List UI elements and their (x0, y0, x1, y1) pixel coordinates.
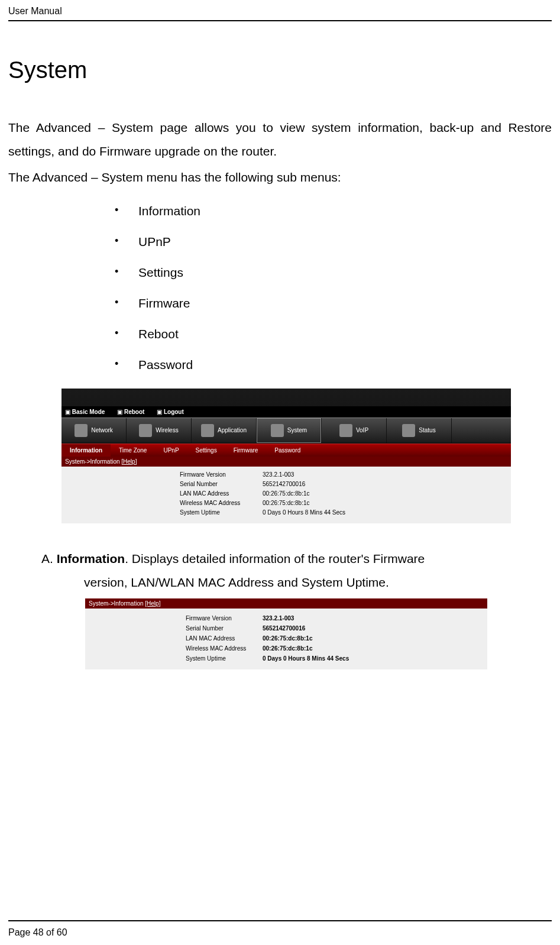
info-key: Wireless MAC Address (186, 643, 263, 653)
page-title: System (8, 57, 552, 83)
info-row: Serial Number5652142700016 (186, 623, 487, 633)
intro-paragraph-1: The Advanced – System page allows you to… (8, 116, 552, 163)
tab-label: Network (91, 427, 113, 433)
basic-mode-link[interactable]: ▣ Basic Mode (65, 409, 105, 415)
system-icon (271, 424, 284, 437)
info-row: System Uptime0 Days 0 Hours 8 Mins 44 Se… (180, 508, 511, 517)
info-key: Serial Number (186, 623, 263, 633)
info-key: LAN MAC Address (180, 489, 263, 499)
section-a-line2: version, LAN/WLAN MAC Address and System… (41, 571, 552, 594)
router-screenshot: ▣ Basic Mode ▣ Reboot ▣ Logout Network W… (61, 389, 511, 523)
submenu-item: Information (115, 204, 552, 218)
info-val: 5652142700016 (263, 623, 305, 633)
info-val: 5652142700016 (263, 480, 305, 489)
router-branding-bar (61, 389, 511, 406)
info-val: 323.2.1-003 (263, 613, 294, 623)
submenu-item: Reboot (115, 327, 552, 341)
subnav-timezone[interactable]: Time Zone (111, 444, 155, 457)
info-key: LAN MAC Address (186, 633, 263, 643)
section-a: A. Information. Displays detailed inform… (41, 547, 552, 594)
router-main-tabs: Network Wireless Application System VoIP… (61, 418, 511, 444)
network-icon (75, 424, 88, 437)
footer-rule (8, 920, 552, 921)
subnav-information[interactable]: Information (61, 444, 111, 457)
info-row: Wireless MAC Address00:26:75:dc:8b:1c (180, 499, 511, 508)
info-key: System Uptime (186, 653, 263, 664)
tab-wireless[interactable]: Wireless (127, 418, 192, 443)
breadcrumb-text: System->Information (89, 600, 145, 607)
intro-block: The Advanced – System page allows you to… (8, 116, 552, 189)
breadcrumb-text: System->Information (65, 458, 121, 465)
subnav-settings[interactable]: Settings (187, 444, 225, 457)
info-val: 0 Days 0 Hours 8 Mins 44 Secs (263, 653, 349, 664)
info-val: 0 Days 0 Hours 8 Mins 44 Secs (263, 508, 345, 517)
router-link-bar: ▣ Basic Mode ▣ Reboot ▣ Logout (61, 406, 511, 418)
subnav-password[interactable]: Password (266, 444, 309, 457)
info-key: Serial Number (180, 480, 263, 489)
tab-label: Application (218, 427, 247, 433)
tab-system[interactable]: System (257, 418, 322, 443)
voip-icon (339, 424, 352, 437)
tab-voip[interactable]: VoIP (322, 418, 387, 443)
tab-label: VoIP (356, 427, 368, 433)
tab-label: Status (419, 427, 435, 433)
section-a-text: . Displays detailed information of the r… (125, 552, 425, 565)
router-info-panel: Firmware Version323.2.1-003 Serial Numbe… (61, 467, 511, 523)
help-link[interactable]: [Help] (145, 600, 160, 607)
subnav-upnp[interactable]: UPnP (155, 444, 187, 457)
submenu-item: Firmware (115, 296, 552, 310)
section-a-label: A. (41, 552, 53, 565)
wireless-icon (139, 424, 152, 437)
submenu-list: Information UPnP Settings Firmware Reboo… (115, 204, 552, 372)
info-row: System Uptime0 Days 0 Hours 8 Mins 44 Se… (186, 653, 487, 664)
info-row: Firmware Version323.2.1-003 (180, 470, 511, 480)
doc-header-title: User Manual (8, 6, 62, 16)
info-val: 00:26:75:dc:8b:1c (263, 499, 310, 508)
info-row: Firmware Version323.2.1-003 (186, 613, 487, 623)
intro-paragraph-2: The Advanced – System menu has the follo… (8, 166, 552, 189)
reboot-link[interactable]: ▣ Reboot (117, 409, 144, 415)
submenu-item: Settings (115, 266, 552, 280)
submenu-item: UPnP (115, 235, 552, 249)
tab-label: System (287, 427, 307, 433)
info-key: Firmware Version (186, 613, 263, 623)
info-key: System Uptime (180, 508, 263, 517)
info-panel-small: Firmware Version323.2.1-003 Serial Numbe… (85, 609, 487, 669)
info-row: LAN MAC Address00:26:75:dc:8b:1c (186, 633, 487, 643)
application-icon (201, 424, 214, 437)
router-breadcrumb: System->Information [Help] (61, 457, 511, 467)
info-val: 323.2.1-003 (263, 470, 294, 480)
tab-status[interactable]: Status (387, 418, 452, 443)
info-val: 00:26:75:dc:8b:1c (263, 633, 312, 643)
info-row: LAN MAC Address00:26:75:dc:8b:1c (180, 489, 511, 499)
info-breadcrumb: System->Information [Help] (85, 598, 487, 609)
tab-network[interactable]: Network (61, 418, 127, 443)
info-val: 00:26:75:dc:8b:1c (263, 643, 312, 653)
help-link[interactable]: [Help] (121, 458, 137, 465)
logout-link[interactable]: ▣ Logout (157, 409, 184, 415)
router-sub-nav: Information Time Zone UPnP Settings Firm… (61, 444, 511, 457)
section-a-title: Information (57, 552, 125, 565)
doc-header: User Manual (8, 6, 552, 17)
info-row: Serial Number5652142700016 (180, 480, 511, 489)
tab-label: Wireless (156, 427, 178, 433)
page-number: Page 48 (8, 927, 44, 937)
info-screenshot: System->Information [Help] Firmware Vers… (85, 598, 487, 669)
submenu-item: Password (115, 358, 552, 372)
doc-footer: Page 48 of 60 (8, 920, 552, 938)
header-rule (8, 20, 552, 21)
page-of: of 60 (44, 927, 67, 937)
subnav-firmware[interactable]: Firmware (225, 444, 267, 457)
info-key: Firmware Version (180, 470, 263, 480)
info-val: 00:26:75:dc:8b:1c (263, 489, 310, 499)
info-key: Wireless MAC Address (180, 499, 263, 508)
status-icon (402, 424, 415, 437)
tab-application[interactable]: Application (192, 418, 257, 443)
info-row: Wireless MAC Address00:26:75:dc:8b:1c (186, 643, 487, 653)
